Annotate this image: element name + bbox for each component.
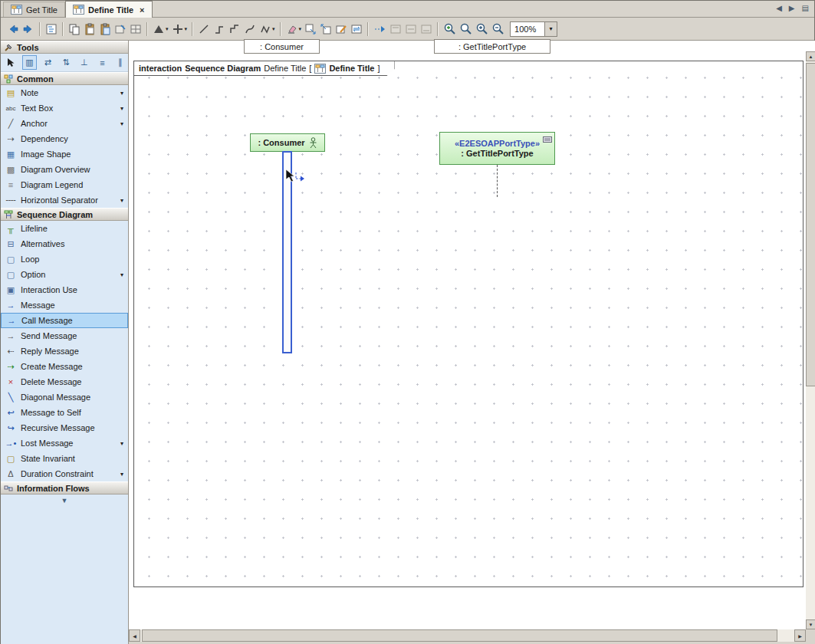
tab-get-title[interactable]: Get Title xyxy=(3,2,65,17)
stamp-mode-button[interactable]: ▥ xyxy=(22,55,38,70)
layout-dropdown-button[interactable]: ▾ xyxy=(151,21,170,38)
swap-vertical-button[interactable]: ⇅ xyxy=(58,55,74,70)
zoom-fit-button[interactable] xyxy=(458,21,474,38)
horizontal-scrollbar[interactable]: ◀ ▶ xyxy=(129,629,806,642)
collapse-panel-button[interactable]: ▼ xyxy=(1,495,128,507)
add-point-button[interactable]: ▾ xyxy=(170,21,189,38)
tool-interaction-use[interactable]: ▣Interaction Use xyxy=(1,282,128,297)
gray-box-button-3[interactable] xyxy=(419,21,434,38)
zoom-out-button[interactable] xyxy=(490,21,506,38)
close-tab-icon[interactable]: × xyxy=(140,5,144,15)
section-header-information-flows[interactable]: Information Flows xyxy=(1,481,128,495)
consumer-name-label[interactable]: : Consumer xyxy=(244,39,320,54)
tool-reply-message[interactable]: ⇠Reply Message xyxy=(1,343,128,359)
box-edit-button[interactable] xyxy=(334,21,349,38)
loop-icon: ▢ xyxy=(5,255,17,264)
forward-button[interactable] xyxy=(21,21,36,38)
tool-diagram-legend[interactable]: ≡Diagram Legend xyxy=(1,177,128,192)
chevron-down-icon[interactable]: ▾ xyxy=(544,22,557,36)
rectilinear-path-2-button[interactable] xyxy=(227,21,242,38)
box-swap-button[interactable] xyxy=(349,21,364,38)
tab-list-button[interactable]: ▤ xyxy=(802,4,809,12)
toolbar-box-button-1[interactable] xyxy=(113,21,128,38)
tools-panel-header[interactable]: Tools xyxy=(1,41,128,54)
oblique-path-button[interactable] xyxy=(196,21,212,38)
tool-lost-message[interactable]: →•Lost Message▾ xyxy=(1,435,128,451)
zigzag-path-button[interactable]: ▾ xyxy=(258,21,277,38)
tool-recursive-message[interactable]: ↪Recursive Message xyxy=(1,420,128,435)
align-bottom-button[interactable]: ⊥ xyxy=(77,55,92,70)
gray-box-button-2[interactable] xyxy=(403,21,419,38)
parallel-button[interactable]: ∥ xyxy=(113,55,128,70)
tool-state-invariant[interactable]: ▢State Invariant xyxy=(1,451,128,466)
horizontal-scroll-track[interactable] xyxy=(140,629,794,642)
align-bottom-icon: ⊥ xyxy=(81,58,88,67)
vertical-scrollbar[interactable]: ▲ ▼ xyxy=(806,51,815,629)
distribute-button[interactable]: ≡ xyxy=(95,55,110,70)
tool-loop[interactable]: ▢Loop xyxy=(1,251,128,267)
chevron-down-icon[interactable]: ▾ xyxy=(120,197,123,204)
bezier-path-button[interactable] xyxy=(242,21,258,38)
tool-send-message[interactable]: →Send Message xyxy=(1,328,128,343)
tab-define-title[interactable]: Define Title × xyxy=(65,1,153,18)
tool-anchor[interactable]: ╱Anchor▾ xyxy=(1,116,128,131)
zoom-level-select[interactable]: 100% ▾ xyxy=(510,21,557,37)
tool-text-box[interactable]: abcText Box▾ xyxy=(1,100,128,116)
lifeline-dashed-line[interactable] xyxy=(497,165,498,197)
vertical-scroll-thumb[interactable] xyxy=(806,63,815,386)
rectilinear-path-button[interactable] xyxy=(212,21,227,38)
zoom-in-button[interactable] xyxy=(474,21,490,38)
diagram-frame-label[interactable]: interaction Sequence Diagram Define Titl… xyxy=(134,61,395,76)
scroll-left-button[interactable]: ◀ xyxy=(129,629,140,642)
scroll-tabs-right-button[interactable]: ▶ xyxy=(789,4,795,12)
chevron-down-icon[interactable]: ▾ xyxy=(120,120,123,127)
tool-create-message[interactable]: ⇢Create Message xyxy=(1,359,128,374)
tool-horizontal-separator[interactable]: ╌╌Horizontal Separator▾ xyxy=(1,192,128,208)
tool-call-message[interactable]: →Call Message xyxy=(1,313,128,328)
box-arrow-button-2[interactable] xyxy=(318,21,334,38)
chevron-down-icon[interactable]: ▾ xyxy=(120,90,123,97)
tool-diagram-overview[interactable]: ▩Diagram Overview xyxy=(1,162,128,177)
porttype-name-label[interactable]: : GetTitlePortType xyxy=(434,39,550,54)
dashed-arrow-button[interactable] xyxy=(372,21,388,38)
scroll-up-button[interactable]: ▲ xyxy=(806,51,815,61)
tool-image-shape[interactable]: ▦Image Shape xyxy=(1,146,128,162)
tool-dependency[interactable]: ⇢Dependency xyxy=(1,131,128,146)
scroll-tabs-left-button[interactable]: ◀ xyxy=(776,4,782,12)
section-header-sequence-diagram[interactable]: Sequence Diagram xyxy=(1,208,128,221)
tool-message[interactable]: →Message xyxy=(1,297,128,313)
lifeline-consumer[interactable]: : Consumer xyxy=(250,133,325,152)
chevron-down-icon[interactable]: ▾ xyxy=(120,105,123,112)
tool-lifeline[interactable]: ╥Lifeline xyxy=(1,221,128,236)
tool-delete-message[interactable]: ×Delete Message xyxy=(1,374,128,389)
swap-horizontal-button[interactable]: ⇄ xyxy=(40,55,55,70)
interaction-frame[interactable]: interaction Sequence Diagram Define Titl… xyxy=(133,61,803,587)
chevron-down-icon[interactable]: ▾ xyxy=(120,471,123,478)
box-arrow-button-1[interactable] xyxy=(303,21,318,38)
chevron-down-icon[interactable]: ▾ xyxy=(120,440,123,447)
tool-diagonal-message[interactable]: ╲Diagonal Message xyxy=(1,389,128,405)
horizontal-scroll-thumb[interactable] xyxy=(142,629,777,642)
tool-duration-constraint[interactable]: ΔDuration Constraint▾ xyxy=(1,466,128,481)
paste-special-button[interactable] xyxy=(97,21,113,38)
eraser-button[interactable]: ▾ xyxy=(284,21,304,38)
toolbar-box-button-2[interactable] xyxy=(128,21,143,38)
copy-button[interactable] xyxy=(67,21,82,38)
gray-box-button-1[interactable] xyxy=(388,21,403,38)
lifeline-gettitleporttype[interactable]: «E2ESOAPPortType» : GetTitlePortType xyxy=(439,132,555,165)
scroll-down-button[interactable]: ▼ xyxy=(806,619,815,629)
tool-alternatives[interactable]: ⊟Alternatives xyxy=(1,236,128,251)
tool-option[interactable]: ▢Option▾ xyxy=(1,267,128,282)
back-button[interactable] xyxy=(5,21,21,38)
diagram-canvas[interactable]: interaction Sequence Diagram Define Titl… xyxy=(129,41,806,629)
section-header-common[interactable]: Common xyxy=(1,72,128,85)
chevron-down-icon[interactable]: ▾ xyxy=(120,271,123,278)
containment-tree-button[interactable] xyxy=(44,21,59,38)
paste-button[interactable] xyxy=(82,21,97,38)
vertical-scroll-track[interactable] xyxy=(806,61,815,619)
pointer-tool-button[interactable] xyxy=(4,55,19,70)
scroll-right-button[interactable]: ▶ xyxy=(794,629,806,642)
zoom-marquee-button[interactable] xyxy=(442,21,458,38)
tool-note[interactable]: ▤Note▾ xyxy=(1,85,128,100)
tool-message-to-self[interactable]: ↩Message to Self xyxy=(1,405,128,420)
